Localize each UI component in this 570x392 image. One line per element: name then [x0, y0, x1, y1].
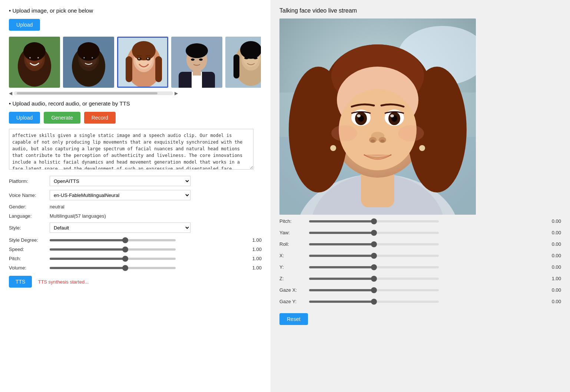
platform-label: Platform: — [9, 178, 50, 184]
voice-name-label: Voice Name: — [9, 192, 50, 198]
right-z-row: Z: 1.00 — [279, 276, 561, 281]
speed-track[interactable] — [50, 248, 176, 251]
svg-point-35 — [191, 58, 195, 61]
face-thumb-3[interactable] — [117, 37, 168, 88]
svg-point-16 — [83, 57, 85, 58]
left-panel: • Upload image, or pick one below Upload — [0, 0, 271, 392]
right-pitch-value: 0.00 — [539, 218, 561, 224]
svg-rect-42 — [233, 54, 239, 78]
right-pitch-row: Pitch: 0.00 — [279, 218, 561, 224]
svg-point-45 — [253, 57, 258, 59]
right-z-label: Z: — [279, 276, 309, 281]
right-panel: Talking face video live stream — [271, 0, 570, 392]
upload-audio-button[interactable]: Upload — [9, 112, 40, 124]
right-z-value: 1.00 — [539, 276, 561, 281]
svg-point-74 — [398, 125, 424, 141]
style-degree-row: Style Degree: 1.00 — [9, 237, 262, 243]
svg-rect-24 — [155, 56, 162, 82]
image-picker-scroll — [9, 37, 261, 88]
svg-point-34 — [186, 43, 208, 58]
svg-point-36 — [199, 58, 203, 61]
right-roll-label: Roll: — [279, 241, 309, 247]
video-frame — [279, 19, 476, 215]
record-button[interactable]: Record — [84, 112, 116, 124]
svg-point-41 — [240, 41, 261, 59]
pitch-track[interactable] — [50, 258, 176, 260]
svg-point-66 — [357, 114, 361, 117]
style-degree-label: Style Degree: — [9, 237, 50, 243]
svg-point-67 — [390, 114, 394, 117]
gender-value: neutral — [50, 204, 262, 210]
volume-track[interactable] — [50, 267, 176, 269]
svg-point-76 — [419, 145, 425, 151]
right-pitch-label: Pitch: — [279, 218, 309, 224]
speed-row: Speed: 1.00 — [9, 247, 262, 252]
face-thumb-1[interactable] — [9, 37, 60, 88]
audio-section: • Upload audio, record audio, or generat… — [9, 100, 262, 288]
upload-image-title: • Upload image, or pick one below — [9, 7, 262, 14]
right-controls: Pitch: 0.00 Yaw: 0.00 Roll: 0.00 — [279, 218, 561, 304]
form-grid: Platform: OpenAITTS Voice Name: en-US-Fa… — [9, 176, 262, 233]
scroll-arrow-right-icon[interactable]: ▶ — [175, 91, 178, 96]
svg-point-7 — [29, 57, 31, 58]
style-select[interactable]: Default — [50, 222, 190, 233]
generate-button[interactable]: Generate — [44, 112, 80, 124]
right-x-value: 0.00 — [539, 253, 561, 258]
right-yaw-track[interactable] — [309, 232, 439, 234]
svg-point-13 — [77, 42, 100, 61]
style-label: Style: — [9, 225, 50, 231]
right-z-track[interactable] — [309, 278, 439, 280]
tts-button[interactable]: TTS — [9, 276, 32, 288]
language-value: Multilingual(57 languages) — [50, 213, 262, 219]
face-thumb-4[interactable] — [171, 37, 222, 88]
right-yaw-label: Yaw: — [279, 230, 309, 235]
voice-name-select[interactable]: en-US-FableMultilingualNeural — [50, 190, 190, 200]
right-gaze-x-row: Gaze X: 0.00 — [279, 287, 561, 293]
svg-point-17 — [92, 57, 93, 58]
right-x-label: X: — [279, 253, 309, 258]
tts-row: TTS TTS synthesis started... — [9, 276, 262, 288]
right-gaze-x-track[interactable] — [309, 289, 439, 291]
svg-point-28 — [147, 58, 149, 59]
volume-label: Volume: — [9, 265, 50, 271]
pitch-label: Pitch: — [9, 256, 50, 261]
right-roll-track[interactable] — [309, 243, 439, 245]
right-x-row: X: 0.00 — [279, 253, 561, 258]
right-gaze-x-label: Gaze X: — [279, 287, 309, 293]
svg-point-4 — [23, 42, 46, 61]
speed-label: Speed: — [9, 247, 50, 252]
scroll-arrow-left-icon[interactable]: ◀ — [9, 91, 12, 96]
svg-point-73 — [331, 125, 357, 141]
video-title: Talking face video live stream — [279, 7, 561, 14]
tts-textarea[interactable]: affective skills given a single static i… — [9, 129, 253, 170]
right-y-value: 0.00 — [539, 264, 561, 270]
platform-select[interactable]: OpenAITTS — [50, 176, 190, 186]
text-area-wrapper: affective skills given a single static i… — [9, 129, 262, 171]
right-yaw-value: 0.00 — [539, 230, 561, 235]
image-picker-container: ◀ ▶ — [9, 37, 262, 96]
right-gaze-y-row: Gaze Y: 0.00 — [279, 299, 561, 304]
svg-rect-23 — [126, 56, 132, 82]
reset-button[interactable]: Reset — [279, 313, 308, 325]
gender-label: Gender: — [9, 204, 50, 210]
svg-point-22 — [132, 41, 156, 60]
right-y-track[interactable] — [309, 266, 439, 268]
svg-point-44 — [244, 57, 249, 59]
right-y-label: Y: — [279, 264, 309, 270]
style-degree-track[interactable] — [50, 239, 176, 241]
language-label: Language: — [9, 213, 50, 219]
pitch-value: 1.00 — [243, 256, 262, 261]
right-gaze-y-label: Gaze Y: — [279, 299, 309, 304]
style-degree-value: 1.00 — [243, 237, 262, 243]
right-pitch-track[interactable] — [309, 220, 439, 222]
volume-value: 1.00 — [243, 265, 262, 271]
face-thumb-2[interactable] — [63, 37, 114, 88]
upload-image-button[interactable]: Upload — [9, 19, 40, 31]
right-yaw-row: Yaw: 0.00 — [279, 230, 561, 235]
right-roll-row: Roll: 0.00 — [279, 241, 561, 247]
speed-value: 1.00 — [243, 247, 262, 252]
face-thumb-5[interactable] — [225, 37, 261, 88]
right-y-row: Y: 0.00 — [279, 264, 561, 270]
right-gaze-y-track[interactable] — [309, 301, 439, 303]
right-x-track[interactable] — [309, 255, 439, 257]
